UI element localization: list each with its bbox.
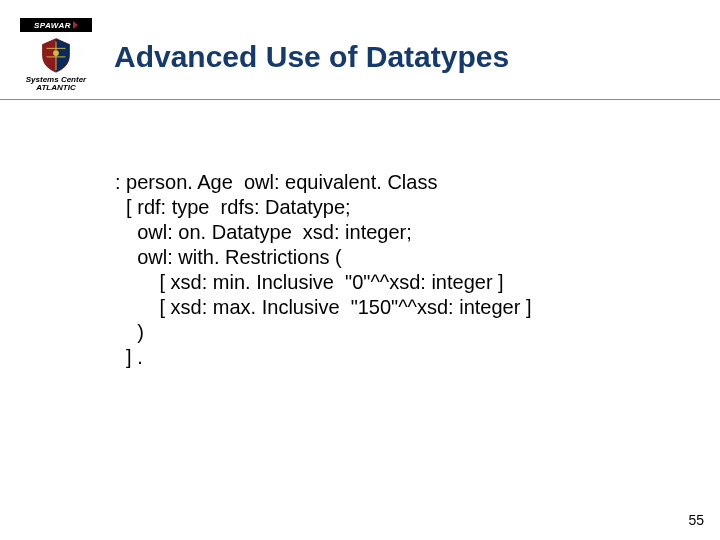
org-subtitle: Systems Center ATLANTIC xyxy=(26,76,86,93)
code-line: ) xyxy=(115,321,144,343)
code-line: [ xsd: min. Inclusive "0"^^xsd: integer … xyxy=(115,271,504,293)
slide-title: Advanced Use of Datatypes xyxy=(114,40,509,74)
slide-header: SPAWAR Systems Center ATLANTIC Advanced … xyxy=(0,0,720,93)
code-block: : person. Age owl: equivalent. Class [ r… xyxy=(115,170,531,370)
org-bar-label: SPAWAR xyxy=(34,21,71,30)
org-sub-line2: ATLANTIC xyxy=(36,83,75,92)
spawar-shield-icon xyxy=(37,36,75,74)
page-number: 55 xyxy=(688,512,704,528)
code-line: : person. Age owl: equivalent. Class xyxy=(115,171,437,193)
code-line: [ xsd: max. Inclusive "150"^^xsd: intege… xyxy=(115,296,531,318)
logo-block: SPAWAR Systems Center ATLANTIC xyxy=(20,18,92,93)
header-divider xyxy=(0,99,720,100)
svg-point-0 xyxy=(53,50,59,56)
code-line: [ rdf: type rdfs: Datatype; xyxy=(115,196,351,218)
code-line: owl: with. Restrictions ( xyxy=(115,246,342,268)
code-line: owl: on. Datatype xsd: integer; xyxy=(115,221,412,243)
code-line: ] . xyxy=(115,346,143,368)
org-bar: SPAWAR xyxy=(20,18,92,32)
